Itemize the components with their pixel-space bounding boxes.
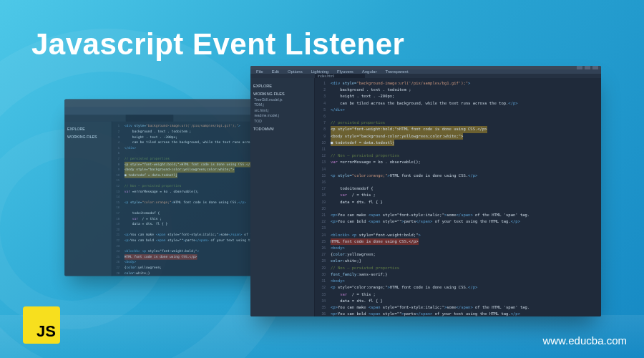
code-area: <div style="background-image:url('/pix/s… xyxy=(328,78,601,316)
site-url: www.educba.com xyxy=(542,334,627,347)
js-logo-icon: JS xyxy=(23,306,60,344)
sidebar-file: TDM.j xyxy=(253,102,311,108)
sidebar-project: TODOMVM xyxy=(253,126,311,132)
sidebar-header: EXPLORE xyxy=(67,127,109,132)
sidebar-file: src.html.j xyxy=(253,108,311,114)
sidebar-file: readme.model.j xyxy=(253,113,311,119)
editor-window-front: FileEditOptionsLightningFlyoversAngularT… xyxy=(250,66,601,316)
sidebar: EXPLORE WORKING FILES TreeGitII.model.js… xyxy=(250,78,315,316)
page-title: Javascript Event Listener xyxy=(31,27,404,62)
sidebar-header: EXPLORE xyxy=(253,83,311,89)
line-gutter: 1234567891011121314151617181920212223242… xyxy=(112,122,122,276)
sidebar-working-header: WORKING FILES xyxy=(253,91,311,97)
tab xyxy=(126,115,174,121)
line-gutter: 1234567891011121314151617181920212223242… xyxy=(315,78,328,316)
banner: Javascript Event Listener EXPLORE WORKIN… xyxy=(0,0,644,358)
sidebar-file: TOD xyxy=(253,119,311,125)
sidebar-working: WORKING FILES xyxy=(67,134,109,140)
sidebar: EXPLORE WORKING FILES xyxy=(64,122,112,276)
sidebar-file: TreeGitII.model.js xyxy=(253,97,311,103)
